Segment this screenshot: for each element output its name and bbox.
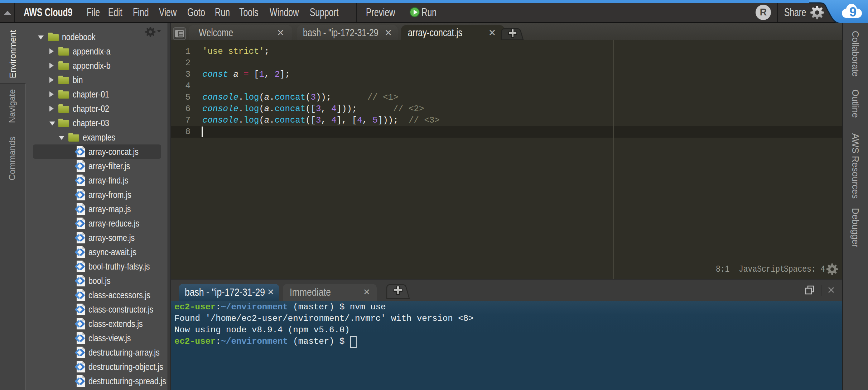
- svg-text:9: 9: [849, 5, 857, 19]
